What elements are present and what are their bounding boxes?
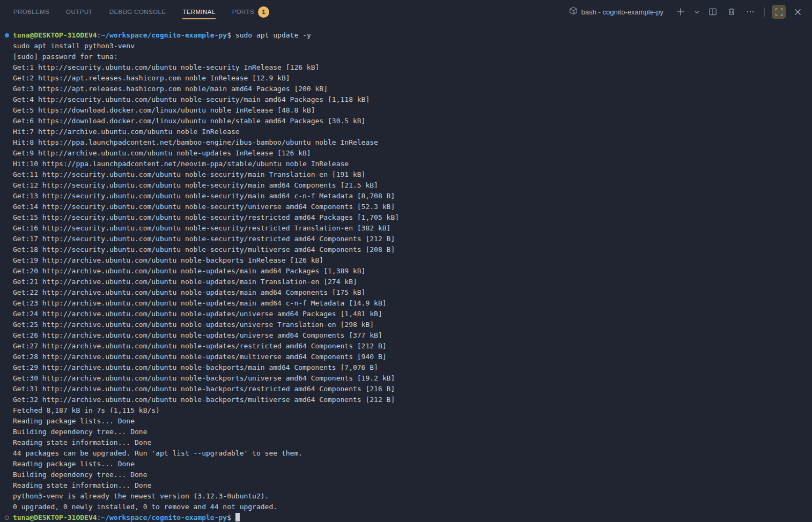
terminal-text: Get:17 http://security.ubuntu.com/ubuntu…	[13, 235, 395, 243]
terminal-text: tuna@DESKTOP-31ODEV4	[13, 31, 97, 39]
terminal-text: $ sudo apt update -y	[227, 31, 311, 39]
terminal-text: Get:14 http://security.ubuntu.com/ubuntu…	[13, 203, 395, 211]
terminal-line: Get:27 http://archive.ubuntu.com/ubuntu …	[0, 341, 812, 352]
terminal-line: Get:15 http://security.ubuntu.com/ubuntu…	[0, 212, 812, 223]
terminal-line: Get:19 http://archive.ubuntu.com/ubuntu …	[0, 255, 812, 266]
terminal-line: Reading state information... Done	[0, 437, 812, 448]
terminal-text: Get:9 http://archive.ubuntu.com/ubuntu n…	[13, 149, 311, 157]
terminal-line: Get:4 http://security.ubuntu.com/ubuntu …	[0, 94, 812, 105]
terminal-line: Reading state information... Done	[0, 480, 812, 491]
terminal-line: Get:31 http://archive.ubuntu.com/ubuntu …	[0, 384, 812, 394]
terminal-line: Get:13 http://security.ubuntu.com/ubuntu…	[0, 191, 812, 202]
terminal-text: Get:4 http://security.ubuntu.com/ubuntu …	[13, 95, 370, 103]
terminal-line: python3-venv is already the newest versi…	[0, 491, 812, 502]
launch-profile-chevron-icon[interactable]	[692, 5, 701, 19]
terminal-text: Get:25 http://archive.ubuntu.com/ubuntu …	[13, 320, 374, 329]
terminal-text: Get:29 http://archive.ubuntu.com/ubuntu …	[13, 363, 378, 371]
split-terminal-icon[interactable]	[706, 5, 720, 19]
terminal-text: ~/workspace/cognito-example-py	[101, 31, 227, 39]
panel-tab-bar: PROBLEMS OUTPUT DEBUG CONSOLE TERMINAL P…	[0, 0, 812, 24]
terminal-line: Building dependency tree... Done	[0, 427, 812, 437]
tab-output[interactable]: OUTPUT	[66, 0, 93, 24]
terminal-line: 0 upgraded, 0 newly installed, 0 to remo…	[0, 502, 812, 512]
terminal-text: python3-venv is already the newest versi…	[13, 492, 269, 500]
terminal-text: tuna@DESKTOP-31ODEV4	[13, 513, 97, 521]
terminal-text: Get:28 http://archive.ubuntu.com/ubuntu …	[13, 353, 387, 361]
terminal-text: ~/workspace/cognito-example-py	[101, 513, 227, 521]
terminal-cursor	[235, 513, 240, 521]
terminal-actions: bash - cognito-example-py	[569, 5, 804, 19]
command-decoration-icon[interactable]	[5, 516, 9, 520]
terminal-text: Get:11 http://security.ubuntu.com/ubuntu…	[13, 170, 365, 178]
tab-problems[interactable]: PROBLEMS	[13, 0, 49, 24]
terminal-text: Get:18 http://security.ubuntu.com/ubuntu…	[13, 245, 395, 253]
terminal-text: Get:22 http://archive.ubuntu.com/ubuntu …	[13, 288, 365, 296]
terminal-line: 44 packages can be upgraded. Run 'apt li…	[0, 448, 812, 459]
terminal-text: Reading state information... Done	[13, 438, 151, 446]
terminal-text: Reading package lists... Done	[13, 460, 135, 468]
terminal-line: Get:25 http://archive.ubuntu.com/ubuntu …	[0, 319, 812, 330]
kill-terminal-trash-icon[interactable]	[725, 5, 739, 19]
terminal-line: Get:24 http://archive.ubuntu.com/ubuntu …	[0, 309, 812, 319]
terminal-line: Get:23 http://archive.ubuntu.com/ubuntu …	[0, 298, 812, 309]
terminal-text: Get:16 http://security.ubuntu.com/ubuntu…	[13, 224, 390, 232]
bash-terminal-icon	[569, 6, 578, 17]
terminal-text: Get:3 https://apt.releases.hashicorp.com…	[13, 85, 328, 93]
terminal-text: Get:23 http://archive.ubuntu.com/ubuntu …	[13, 299, 387, 307]
tab-debug-console[interactable]: DEBUG CONSOLE	[109, 0, 166, 24]
terminal-text: Reading state information... Done	[13, 481, 151, 489]
terminal-line: Get:29 http://archive.ubuntu.com/ubuntu …	[0, 362, 812, 373]
terminal-tab-label[interactable]: bash - cognito-example-py	[569, 6, 663, 17]
terminal-line: tuna@DESKTOP-31ODEV4:~/workspace/cognito…	[0, 512, 812, 522]
terminal-text: $	[227, 513, 235, 521]
terminal-text: Get:27 http://archive.ubuntu.com/ubuntu …	[13, 342, 387, 350]
terminal-title-text: bash - cognito-example-py	[581, 8, 663, 16]
terminal-text: [sudo] password for tuna:	[13, 53, 118, 61]
close-panel-icon[interactable]	[791, 5, 804, 19]
terminal-line: tuna@DESKTOP-31ODEV4:~/workspace/cognito…	[0, 30, 812, 41]
terminal-line: Get:9 http://archive.ubuntu.com/ubuntu n…	[0, 148, 812, 159]
terminal-text: Get:12 http://security.ubuntu.com/ubuntu…	[13, 181, 378, 189]
terminal-text: Hit:7 http://archive.ubuntu.com/ubuntu n…	[13, 128, 240, 136]
new-terminal-plus-icon[interactable]	[674, 5, 688, 19]
command-decoration-icon[interactable]	[5, 33, 9, 38]
terminal-line: Fetched 8,187 kB in 7s (1,115 kB/s)	[0, 405, 812, 416]
terminal-line: Get:14 http://security.ubuntu.com/ubuntu…	[0, 202, 812, 212]
terminal-line: Get:3 https://apt.releases.hashicorp.com…	[0, 84, 812, 94]
panel-tabs: PROBLEMS OUTPUT DEBUG CONSOLE TERMINAL P…	[13, 0, 269, 24]
terminal-text: Get:1 http://security.ubuntu.com/ubuntu …	[13, 63, 319, 71]
terminal-line: Get:1 http://security.ubuntu.com/ubuntu …	[0, 62, 812, 73]
terminal-line: Reading package lists... Done	[0, 416, 812, 427]
terminal-line: Get:16 http://security.ubuntu.com/ubuntu…	[0, 223, 812, 234]
terminal-line: Get:11 http://security.ubuntu.com/ubuntu…	[0, 169, 812, 180]
terminal-text: Fetched 8,187 kB in 7s (1,115 kB/s)	[13, 406, 160, 414]
more-actions-ellipsis-icon[interactable]	[743, 5, 757, 19]
terminal-text: Get:6 https://download.docker.com/linux/…	[13, 117, 365, 125]
terminal-text: Get:24 http://archive.ubuntu.com/ubuntu …	[13, 310, 382, 318]
terminal-line: Building dependency tree... Done	[0, 469, 812, 480]
terminal-text: 44 packages can be upgraded. Run 'apt li…	[13, 449, 302, 457]
terminal-line: Reading package lists... Done	[0, 459, 812, 469]
tab-ports-label: PORTS	[232, 9, 254, 15]
tab-terminal[interactable]: TERMINAL	[182, 0, 215, 24]
terminal-text: Get:20 http://archive.ubuntu.com/ubuntu …	[13, 267, 365, 275]
terminal-text: Hit:10 https://ppa.launchpadcontent.net/…	[13, 160, 349, 168]
terminal-line: [sudo] password for tuna:	[0, 51, 812, 62]
terminal-line: Hit:10 https://ppa.launchpadcontent.net/…	[0, 159, 812, 169]
maximize-panel-icon[interactable]	[772, 5, 786, 19]
terminal-text: Hit:8 https://ppa.launchpadcontent.net/b…	[13, 138, 378, 146]
terminal-text: Get:15 http://security.ubuntu.com/ubuntu…	[13, 213, 399, 221]
tab-ports[interactable]: PORTS 1	[232, 0, 269, 24]
terminal-line: Get:20 http://archive.ubuntu.com/ubuntu …	[0, 266, 812, 277]
terminal-text: 0 upgraded, 0 newly installed, 0 to remo…	[13, 503, 277, 511]
terminal-text: Get:21 http://archive.ubuntu.com/ubuntu …	[13, 278, 357, 286]
terminal-output[interactable]: tuna@DESKTOP-31ODEV4:~/workspace/cognito…	[0, 24, 812, 522]
terminal-line: Get:12 http://security.ubuntu.com/ubuntu…	[0, 180, 812, 191]
terminal-text: Get:5 https://download.docker.com/linux/…	[13, 106, 315, 114]
terminal-line: Get:30 http://archive.ubuntu.com/ubuntu …	[0, 373, 812, 384]
terminal-line: Hit:8 https://ppa.launchpadcontent.net/b…	[0, 137, 812, 148]
terminal-text: sudo apt install python3-venv	[13, 42, 135, 50]
terminal-text: Get:30 http://archive.ubuntu.com/ubuntu …	[13, 374, 395, 382]
terminal-text: Get:19 http://archive.ubuntu.com/ubuntu …	[13, 256, 323, 264]
terminal-line: Get:22 http://archive.ubuntu.com/ubuntu …	[0, 287, 812, 298]
